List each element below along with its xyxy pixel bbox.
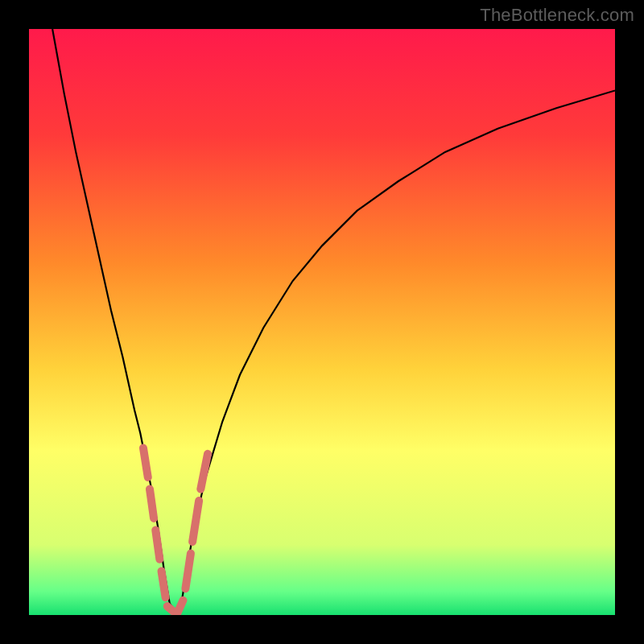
plot-area: [29, 29, 615, 615]
chart-background: [29, 29, 615, 615]
watermark-text: TheBottleneck.com: [480, 5, 634, 26]
highlight-segment: [185, 554, 191, 589]
highlight-segment: [150, 489, 154, 518]
highlight-segment: [162, 571, 166, 597]
highlight-segment: [143, 448, 148, 477]
highlight-segment: [177, 601, 183, 613]
highlight-segment: [155, 530, 159, 559]
bottleneck-chart: [29, 29, 615, 615]
